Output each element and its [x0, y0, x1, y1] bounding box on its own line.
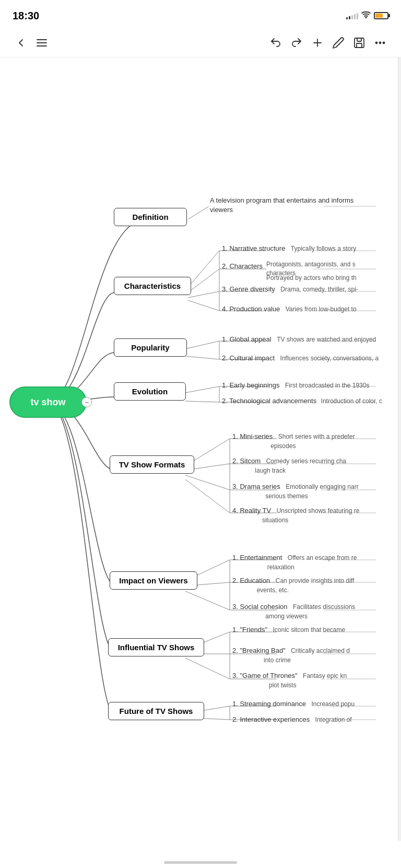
svg-line-15: [188, 291, 219, 298]
fut-item-1: 1. Streaming dominance Increased popu: [232, 699, 355, 708]
pop-item-1: 1. Global appeal TV shows are watched an…: [222, 334, 376, 344]
svg-line-17: [185, 341, 219, 349]
svg-line-23: [185, 475, 230, 490]
svg-line-13: [188, 251, 219, 287]
undo-button[interactable]: [265, 32, 286, 53]
inf-item-2: 2. "Breaking Bad" Critically acclaimed d…: [232, 646, 350, 664]
fmt-item-2: 2. Sitcom Comedy series recurring cha la…: [232, 456, 346, 475]
svg-line-24: [185, 479, 230, 513]
svg-rect-8: [357, 43, 362, 48]
central-node[interactable]: tv show −: [9, 386, 87, 418]
fmt-item-1: 1. Mini-series Short series with a prede…: [232, 431, 355, 450]
branch-evolution[interactable]: Evolution: [114, 382, 186, 401]
branch-popularity[interactable]: Popularity: [114, 338, 187, 357]
fmt-item-3: 3. Drama series Emotionally engaging nar…: [232, 482, 359, 500]
status-time: 18:30: [13, 10, 39, 22]
status-icons: [346, 11, 388, 20]
back-button[interactable]: [10, 32, 31, 53]
wifi-icon: [361, 11, 371, 20]
svg-point-11: [383, 42, 385, 43]
svg-rect-6: [355, 38, 364, 48]
pop-item-2: 2. Cultural impact Influences society, c…: [222, 353, 379, 362]
char-item-2a: 2. Characters: [222, 261, 263, 271]
imp-item-3: 3. Social cohesion Facilitates discussio…: [232, 602, 355, 620]
svg-line-30: [185, 658, 230, 679]
svg-point-9: [376, 42, 378, 43]
branch-tv-show-formats[interactable]: TV Show Formats: [110, 455, 194, 474]
mindmap-canvas: tv show − Definition A television progra…: [0, 57, 401, 841]
svg-line-18: [185, 356, 219, 359]
home-indicator: [164, 861, 237, 864]
redo-button[interactable]: [286, 32, 307, 53]
svg-rect-7: [357, 38, 361, 41]
save-button[interactable]: [349, 32, 370, 53]
svg-line-19: [185, 386, 219, 393]
inf-item-3: 3. "Game of Thrones" Fantasy epic kn plo…: [232, 671, 347, 689]
more-button[interactable]: [370, 32, 391, 53]
toolbar: [0, 28, 401, 57]
char-item-3: 3. Genre diversity Drama, comedy, thrill…: [222, 284, 358, 294]
svg-line-12: [188, 206, 209, 219]
signal-icon: [346, 12, 358, 19]
inf-item-1: 1. "Friends" Iconic sitcom that became: [232, 625, 345, 634]
menu-button[interactable]: [31, 32, 52, 53]
branch-impact-on-viewers[interactable]: Impact on Viewers: [110, 571, 197, 590]
char-item-4: 4. Production value Varies from low-budg…: [222, 304, 357, 313]
fmt-item-4: 4. Reality TV Unscripted shows featuring…: [232, 506, 359, 524]
branch-influential-tv-shows[interactable]: Influential TV Shows: [108, 638, 204, 656]
imp-item-2: 2. Education Can provide insights into d…: [232, 576, 354, 594]
scroll-indicator: [398, 57, 401, 841]
battery-icon: [374, 12, 388, 19]
fut-item-2: 2. Interactive experiences Integration o…: [232, 714, 352, 724]
definition-desc: A television program that entertains and…: [210, 196, 356, 215]
svg-line-16: [188, 300, 219, 311]
evo-item-2: 2. Technological advancements Introducti…: [222, 396, 382, 405]
svg-point-10: [380, 42, 381, 43]
svg-point-0: [365, 17, 367, 18]
svg-line-20: [185, 401, 219, 402]
char-item-2c: Portrayed by actors who bring th: [266, 274, 357, 283]
collapse-button[interactable]: −: [81, 397, 92, 407]
central-node-label: tv show: [30, 397, 65, 408]
add-button[interactable]: [307, 32, 328, 53]
imp-item-1: 1. Entertainment Offers an escape from r…: [232, 553, 357, 571]
pen-button[interactable]: [328, 32, 349, 53]
branch-definition[interactable]: Definition: [114, 208, 187, 226]
svg-line-27: [185, 591, 230, 610]
evo-item-1: 1. Early beginnings First broadcasted in…: [222, 380, 369, 390]
branch-characteristics[interactable]: Characteristics: [114, 277, 191, 295]
branch-future-tv-shows[interactable]: Future of TV Shows: [108, 702, 204, 720]
char-item-1: 1. Narrative structure Typically follows…: [222, 243, 356, 253]
svg-line-14: [188, 269, 219, 292]
status-bar: 18:30: [0, 0, 401, 28]
